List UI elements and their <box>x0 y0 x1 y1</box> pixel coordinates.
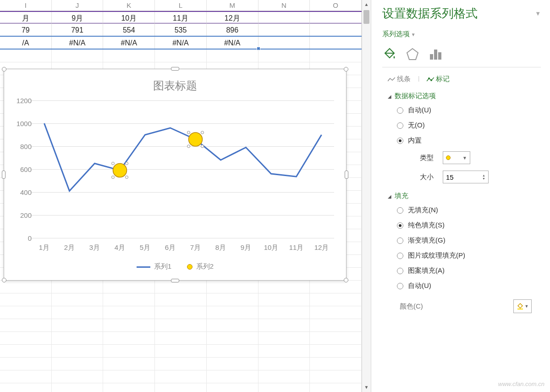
x-tick-label: 1月 <box>32 243 57 252</box>
svg-point-6 <box>187 131 190 134</box>
col-header[interactable]: O <box>310 0 362 11</box>
radio-none[interactable]: 无(O) <box>397 121 541 130</box>
cell[interactable]: #N/A <box>207 37 258 49</box>
cell[interactable]: 79 <box>0 24 52 36</box>
y-tick-label: 400 <box>13 188 32 196</box>
scroll-up-button[interactable]: ▲ <box>362 0 371 9</box>
series-options-dropdown[interactable]: 系列选项 <box>382 30 541 39</box>
radio-label: 图案填充(A) <box>408 266 445 275</box>
section-marker-options[interactable]: 数据标记选项 <box>382 92 541 100</box>
tab-marker[interactable]: 标记 <box>427 75 450 83</box>
resize-handle[interactable] <box>2 67 6 72</box>
cell[interactable]: 554 <box>103 24 155 36</box>
marker-point-4[interactable] <box>112 162 128 179</box>
cell[interactable] <box>258 24 310 36</box>
cell[interactable]: /A <box>0 37 52 49</box>
column-headers: I J K L M N O <box>0 0 362 11</box>
legend-item[interactable]: 系列2 <box>187 262 214 271</box>
color-row: 颜色(C) ▼ <box>382 299 541 313</box>
table-row: 月 9月 10月 11月 12月 <box>0 11 362 24</box>
y-tick-label: 1000 <box>13 120 32 127</box>
vertical-scrollbar[interactable]: ▲ ▼ <box>362 0 371 392</box>
radio-fill-gradient[interactable]: 渐变填充(G) <box>397 236 541 245</box>
x-tick-label: 5月 <box>132 243 158 252</box>
series-bars-icon[interactable] <box>428 47 443 61</box>
y-tick-label: 0 <box>13 234 32 242</box>
marker-size-row: 大小 15 ▲▼ <box>397 171 541 183</box>
col-header[interactable]: M <box>207 0 258 11</box>
cell[interactable] <box>310 24 362 36</box>
col-header[interactable]: K <box>103 0 155 11</box>
cell[interactable] <box>258 12 310 23</box>
radio-fill-solid[interactable]: 纯色填充(S) <box>397 221 541 230</box>
chevron-down-icon: ▼ <box>525 304 529 309</box>
y-tick-label: 600 <box>13 166 32 173</box>
color-picker-button[interactable]: ▼ <box>513 299 532 313</box>
effects-pentagon-icon[interactable] <box>405 47 420 61</box>
section-fill[interactable]: 填充 <box>382 192 541 200</box>
svg-rect-10 <box>430 54 433 60</box>
cell[interactable]: 月 <box>0 12 52 23</box>
legend-label: 系列2 <box>196 262 214 270</box>
radio-fill-picture[interactable]: 图片或纹理填充(P) <box>397 251 541 260</box>
svg-point-8 <box>187 145 190 148</box>
col-header[interactable]: I <box>0 0 52 11</box>
resize-handle[interactable] <box>171 279 179 282</box>
scroll-thumb[interactable] <box>363 10 369 24</box>
marker-size-input[interactable]: 15 ▲▼ <box>443 171 489 183</box>
radio-builtin[interactable]: 内置 <box>397 136 541 145</box>
cell[interactable]: 9月 <box>52 12 104 23</box>
marker-point-7[interactable] <box>187 131 204 148</box>
tab-line[interactable]: 线条 <box>388 75 411 83</box>
cell[interactable]: 535 <box>155 24 207 36</box>
cell[interactable]: #N/A <box>103 37 155 49</box>
marker-type-select[interactable]: ▼ <box>443 151 470 164</box>
series-1-line[interactable] <box>44 123 322 191</box>
resize-handle[interactable] <box>171 67 179 71</box>
cell[interactable] <box>310 12 362 23</box>
cell[interactable]: 11月 <box>155 12 207 23</box>
radio-icon <box>397 283 403 289</box>
radio-fill-auto[interactable]: 自动(U) <box>397 282 541 290</box>
cell[interactable]: 791 <box>52 24 104 36</box>
chevron-down-icon[interactable]: ▼ <box>535 10 541 17</box>
svg-rect-12 <box>438 52 441 60</box>
radio-fill-none[interactable]: 无填充(N) <box>397 206 541 215</box>
col-header[interactable]: J <box>52 0 104 11</box>
resize-handle[interactable] <box>2 278 6 282</box>
cell[interactable]: 12月 <box>207 12 258 23</box>
legend-line-icon <box>137 266 150 268</box>
resize-handle[interactable] <box>344 278 348 282</box>
cell[interactable]: #N/A <box>52 37 104 49</box>
cell[interactable]: 10月 <box>103 12 155 23</box>
watermark: www.cfan.com.cn <box>498 381 544 387</box>
resize-handle[interactable] <box>2 171 6 179</box>
radio-fill-pattern[interactable]: 图案填充(A) <box>397 266 541 275</box>
circle-marker-icon <box>446 155 451 160</box>
col-header[interactable]: N <box>258 0 310 11</box>
legend-item[interactable]: 系列1 <box>137 262 171 271</box>
cell[interactable] <box>258 37 310 49</box>
col-header[interactable]: L <box>155 0 207 11</box>
radio-auto[interactable]: 自动(U) <box>397 106 541 115</box>
cell[interactable] <box>310 37 362 49</box>
x-tick-label: 10月 <box>258 243 284 252</box>
separator: | <box>418 75 419 83</box>
fill-paint-icon[interactable] <box>382 47 397 61</box>
y-tick-label: 800 <box>13 142 32 150</box>
resize-handle[interactable] <box>345 171 348 179</box>
x-tick-label: 9月 <box>233 243 258 252</box>
radio-icon <box>397 222 403 229</box>
plot-area[interactable] <box>32 100 334 238</box>
chart-legend[interactable]: 系列1 系列2 <box>4 262 346 271</box>
chart-title[interactable]: 图表标题 <box>4 78 346 93</box>
svg-rect-11 <box>434 50 437 60</box>
scroll-down-button[interactable]: ▼ <box>362 383 371 392</box>
radio-label: 无(O) <box>408 121 425 130</box>
resize-handle[interactable] <box>344 67 348 72</box>
chart-container[interactable]: 图表标题 0 200 400 600 800 1000 1200 <box>4 69 346 281</box>
spinner-icon[interactable]: ▲▼ <box>482 174 485 180</box>
cell[interactable]: 896 <box>207 24 258 36</box>
cell[interactable]: #N/A <box>155 37 207 49</box>
x-tick-label: 8月 <box>208 243 233 252</box>
